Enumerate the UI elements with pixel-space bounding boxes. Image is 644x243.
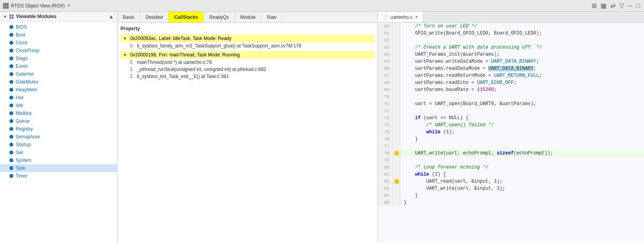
tree-item-clockfreqs[interactable]: ClockFreqs xyxy=(0,47,117,54)
toolbar-minimize-icon[interactable]: ─ xyxy=(627,2,633,10)
gutter-84 xyxy=(393,192,401,199)
tree-collapse-icon[interactable]: ▼ xyxy=(3,15,7,19)
item-label-gatehwi: GateHwi xyxy=(16,71,34,77)
tree-item-idle[interactable]: Idle xyxy=(0,102,117,109)
item-label-registry: Registry xyxy=(16,126,33,132)
code-line-60: 60 /* Turn on user LED */ xyxy=(378,23,644,30)
toolbar-maximize-icon[interactable]: □ xyxy=(635,2,641,10)
line-num-77: 77 xyxy=(378,143,393,150)
item-dot-clock xyxy=(9,41,13,45)
toolbar-columns-icon[interactable]: ⊞ xyxy=(591,1,597,10)
code-text-76: } xyxy=(401,136,418,143)
code-line-83: 83 UART_write(uart, &input, 1); xyxy=(378,185,644,192)
item-dot-semaphore xyxy=(9,135,13,139)
code-area[interactable]: 60 /* Turn on user LED */ 61 GPIO_write(… xyxy=(378,23,644,243)
editor-tab-uartecho[interactable]: 📄 uartecho.c ✕ xyxy=(378,12,423,22)
gutter-81 xyxy=(393,171,401,178)
code-line-78: 78 UART_write(uart, echoPrompt, sizeof(e… xyxy=(378,150,644,157)
code-line-82: 82 UART_read(uart, &input, 1); xyxy=(378,178,644,185)
item-dot-timer xyxy=(9,174,13,178)
expand-icon-0[interactable]: ▼ xyxy=(123,36,127,41)
tab-bar: Basic Detailed CallStacks ReadyQs Module… xyxy=(117,12,378,23)
code-text-84: } xyxy=(401,192,418,199)
code-text-67: uartParams.readReturnMode = UART_RETURN_… xyxy=(401,72,542,79)
line-num-76: 76 xyxy=(378,136,393,143)
code-line-76: 76 } xyxy=(378,136,644,143)
line-num-69: 69 xyxy=(378,86,393,93)
line-num-74: 74 xyxy=(378,121,393,129)
tree-item-semaphore[interactable]: Semaphore xyxy=(0,133,117,141)
left-panel-title: RTOS Object View (ROV) xyxy=(11,3,65,9)
line-num-80: 80 xyxy=(378,164,393,171)
tree-item-diags[interactable]: Diags xyxy=(0,54,117,62)
code-line-84: 84 } xyxy=(378,192,644,199)
tab-module[interactable]: Module xyxy=(235,12,261,22)
tree-item-gatemutex[interactable]: GateMutex xyxy=(0,78,117,86)
tree-item-swi[interactable]: Swi xyxy=(0,149,117,156)
call-stack-frame-0-0: 0 ti_sysbios_family_arm_m3_TaskSupport_g… xyxy=(128,42,374,49)
tree-item-timer[interactable]: Timer xyxy=(0,172,117,180)
item-dot-diags xyxy=(9,56,13,60)
gutter-75 xyxy=(393,129,401,136)
tab-basic[interactable]: Basic xyxy=(117,12,140,22)
call-stack-main-1[interactable]: ▼ 0x20000198, Fxn: mainThread, Task Mode… xyxy=(121,51,374,59)
code-text-66: uartParams.readDataMode = UART_DATA_BINA… xyxy=(401,65,536,72)
item-dot-heapmem xyxy=(9,88,13,92)
tab-raw[interactable]: Raw xyxy=(261,12,282,22)
expand-icon-1[interactable]: ▼ xyxy=(123,53,127,57)
gutter-65 xyxy=(393,58,401,65)
tab-callstacks[interactable]: CallStacks xyxy=(169,12,204,22)
code-line-70: 70 xyxy=(378,93,644,100)
tab-readyqs[interactable]: ReadyQs xyxy=(204,12,235,22)
code-text-63: /* Create a UART with data processing of… xyxy=(401,44,542,51)
gutter-64 xyxy=(393,51,401,58)
line-num-75: 75 xyxy=(378,129,393,136)
main-content: ▼ Viewable Modules ▲ BIOS Boot Clock xyxy=(0,12,644,243)
item-dot-idle xyxy=(9,103,13,107)
tree-item-task[interactable]: Task xyxy=(0,164,117,172)
breakpoint-78[interactable] xyxy=(394,151,399,156)
tree-item-startup[interactable]: Startup xyxy=(0,141,117,149)
breakpoint-82[interactable] xyxy=(394,179,399,184)
gutter-67 xyxy=(393,72,401,79)
code-text-74: /* UART_open() failed */ xyxy=(401,121,494,129)
call-stack-entry-1: ▼ 0x20000198, Fxn: mainThread, Task Mode… xyxy=(121,51,374,80)
gutter-72 xyxy=(393,107,401,114)
tree-item-bios[interactable]: BIOS xyxy=(0,23,117,31)
call-stack-main-0[interactable]: ▼ 0x200083ac, Label: IdleTask, Task Mode… xyxy=(121,34,374,42)
item-dot-registry xyxy=(9,127,13,131)
gutter-85 xyxy=(393,199,401,206)
frame-num-1-2: 2 xyxy=(130,74,133,79)
editor-filename: uartecho.c xyxy=(390,15,412,20)
line-num-61: 61 xyxy=(378,30,393,37)
line-num-79: 79 xyxy=(378,157,393,164)
frame-text-1-0: mainThread(void *) at uartecho.c:78 xyxy=(137,60,212,65)
tree-item-mailbox[interactable]: Mailbox xyxy=(0,109,117,117)
tree-item-hwi[interactable]: Hwi xyxy=(0,94,117,102)
tree-item-queue[interactable]: Queue xyxy=(0,117,117,125)
tree-scroll-up[interactable]: ▲ xyxy=(108,13,114,20)
tree-item-gatehwi[interactable]: GateHwi xyxy=(0,70,117,78)
toolbar-refresh-icon[interactable]: ⇄ xyxy=(610,1,616,10)
tree-item-boot[interactable]: Boot xyxy=(0,31,117,39)
gutter-69 xyxy=(393,86,401,93)
line-num-78: 78 xyxy=(378,150,393,157)
gutter-82 xyxy=(393,178,401,185)
left-panel-close[interactable]: ✕ xyxy=(67,3,70,8)
tree-item-event[interactable]: Event xyxy=(0,62,117,70)
call-stack-frame-1-1: 1 _pthread_runStub(unsigned int, unsigne… xyxy=(128,66,374,73)
frame-num-1-1: 1 xyxy=(130,67,133,72)
tree-item-clock[interactable]: Clock xyxy=(0,39,117,47)
editor-tab-close[interactable]: ✕ xyxy=(415,15,418,20)
gutter-83 xyxy=(393,185,401,192)
toolbar-grid-icon[interactable]: ▦ xyxy=(600,1,607,10)
tree-item-registry[interactable]: Registry xyxy=(0,125,117,133)
toolbar-scroll-up-icon[interactable]: ▽ xyxy=(619,1,625,10)
item-dot-boot xyxy=(9,33,13,37)
tree-item-system[interactable]: System xyxy=(0,156,117,164)
code-line-69: 69 uartParams.baudRate = 115200; xyxy=(378,86,644,93)
tab-detailed[interactable]: Detailed xyxy=(140,12,169,22)
item-dot-clockfreqs xyxy=(9,49,13,53)
item-dot-gatemutex xyxy=(9,80,13,84)
tree-item-heapmem[interactable]: HeapMem xyxy=(0,86,117,94)
